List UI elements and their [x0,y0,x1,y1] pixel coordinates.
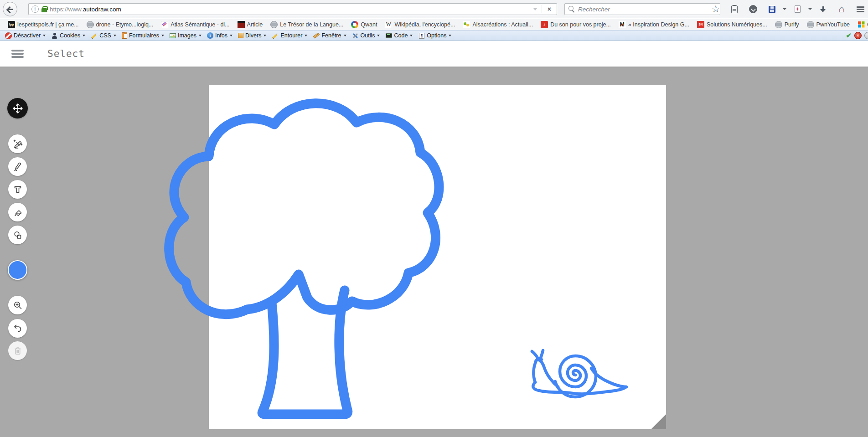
menu-icon[interactable] [855,4,865,15]
stop-button[interactable]: × [545,5,554,13]
webdev-menu-css[interactable]: CSS [88,31,119,41]
search-bar[interactable]: Rechercher [564,3,720,15]
css-valid-check-icon[interactable]: ✔ [846,31,852,40]
chevron-down-icon [449,35,451,36]
chevron-down-icon [199,35,202,36]
bookmark-item[interactable]: Comment réinitialiser ... [854,20,868,29]
chevron-down-icon [344,35,346,36]
bookmark-item[interactable]: Le Trésor de la Langue... [267,20,346,29]
bookmark-item[interactable]: Purify [772,20,802,29]
url-bar[interactable]: i https://www.autodraw.com × [28,3,557,15]
bookmark-item[interactable]: Alsacréations : Actuali... [460,20,536,29]
webdev-menu-code[interactable]: Code [382,31,415,41]
browser-navbar: i https://www.autodraw.com × Rechercher … [0,0,868,18]
alsacreations-favicon [463,21,470,28]
bookmark-item[interactable]: Wikipédia, l'encyclopé... [382,20,458,29]
save-icon[interactable] [767,4,777,15]
webdeveloper-toolbar: Désactiver Cookies CSS Formulaires Image… [0,30,868,41]
webdev-menu-images[interactable]: Images [167,31,204,41]
save-dropdown-icon[interactable] [783,8,786,10]
health-report-icon[interactable]: + [792,4,802,15]
webdev-menu-tools[interactable]: Outils [349,31,383,41]
image-icon [170,33,176,38]
select-tool-button[interactable] [7,98,28,118]
health-dropdown-icon[interactable] [808,8,812,10]
text-icon [12,184,23,195]
globe-favicon [775,21,782,28]
autodraw-workspace [0,67,868,437]
webdev-menu-misc[interactable]: Divers [235,31,269,41]
disable-icon [5,32,12,39]
draw-tool-button[interactable] [8,157,27,176]
muzli-favicon [619,21,626,28]
back-button[interactable] [3,2,17,16]
shapes-icon [12,230,23,241]
page-fold-corner [651,414,666,429]
sound-favicon [541,21,548,28]
webdev-menu-resize[interactable]: Fenêtre [310,31,349,41]
url-history-dropdown-icon[interactable] [533,8,537,10]
hamburger-menu-icon[interactable] [11,50,24,58]
globe-favicon [270,21,278,28]
bookmarks-list-icon[interactable] [729,4,739,15]
autodraw-tool-button[interactable] [8,134,27,153]
bookmark-item[interactable]: Qwant [348,20,380,29]
pencil-icon [270,31,280,40]
bookmark-item[interactable]: » Inspiration Design G... [615,20,692,29]
pen-icon [12,161,23,172]
fill-tool-button[interactable] [8,203,27,221]
globe-favicon [87,21,94,28]
zoom-tool-button[interactable] [8,296,27,314]
webdev-menu-info[interactable]: iInfos [204,31,235,41]
shape-tool-button[interactable] [8,226,27,244]
type-tool-button[interactable] [8,180,27,199]
tools-icon [352,32,359,39]
color-swatch-button[interactable] [8,260,27,280]
bookmark-item[interactable]: Article [234,20,266,29]
search-icon [568,6,575,12]
back-arrow-icon [7,6,13,12]
move-icon [12,103,24,114]
url-text[interactable]: https://www.autodraw.com [50,6,531,13]
bookmark-item[interactable]: PwnYouTube [804,20,853,29]
bookmark-item[interactable]: lespetitspois.fr | ça me... [5,20,82,29]
webdev-menu-disable[interactable]: Désactiver [2,31,48,41]
webdev-status: ✔ × [846,31,868,41]
lpp-favicon [8,21,15,28]
chevron-down-icon [410,35,413,36]
qwant-favicon [351,21,358,28]
chevron-down-icon [230,35,232,36]
webdev-menu-outline[interactable]: Entourer [269,31,310,41]
drawing-canvas[interactable] [209,85,666,429]
sn-favicon [697,21,704,28]
js-error-icon[interactable]: × [854,32,862,39]
webdev-menu-forms[interactable]: Formulaires [119,31,167,41]
chevron-down-icon [264,35,266,36]
home-icon[interactable]: ⌂ [837,4,847,15]
magnifier-plus-icon [12,300,23,311]
wikipedia-favicon [385,21,392,28]
info-icon: i [207,32,213,39]
bookmark-item[interactable]: Atlas Sémantique - di... [158,20,232,29]
chevron-down-icon [83,35,85,36]
webdev-menu-options[interactable]: ¶Options [415,31,454,41]
delete-button[interactable] [8,341,27,360]
browser-window: i https://www.autodraw.com × Rechercher … [0,0,868,437]
idle-status-icon [864,32,868,39]
bookmark-item[interactable]: Du son pour vos proje... [537,20,614,29]
bookmark-item[interactable]: Solutions Numériques... [694,20,770,29]
bookmark-item[interactable]: drone - Etymo...logiq... [83,20,157,29]
https-lock-icon [41,8,47,12]
ruler-icon [313,32,320,39]
divider [542,5,542,13]
paint-bucket-icon [12,207,23,218]
download-icon[interactable] [818,4,828,15]
undo-button[interactable] [8,319,27,338]
options-icon: ¶ [418,32,425,39]
microsoft-favicon [858,21,865,28]
page-info-icon[interactable]: i [31,5,39,13]
box-icon [238,33,243,38]
pocket-icon[interactable] [748,4,758,15]
webdev-menu-cookies[interactable]: Cookies [48,31,88,41]
bookmark-star-icon[interactable]: ☆ [711,4,721,15]
